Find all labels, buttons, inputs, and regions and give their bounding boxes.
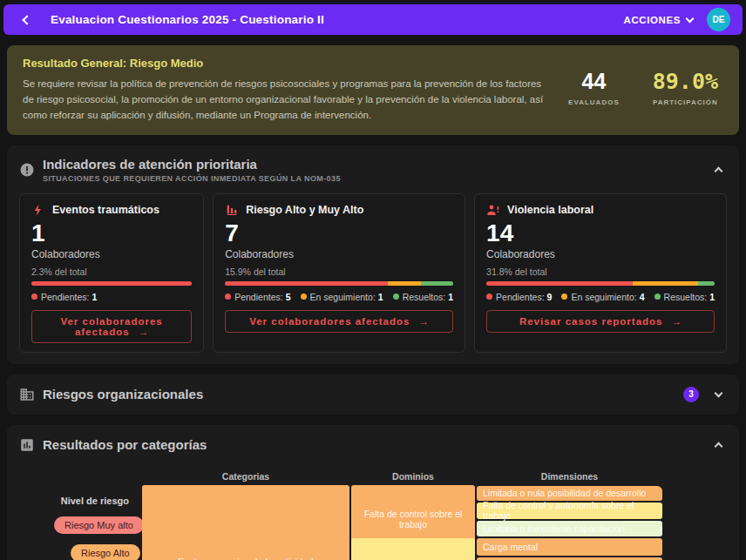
legend-dot [561,293,567,300]
legend-label: Resueltos: [664,292,708,302]
app-bar: Evaluacion Cuestionarios 2025 - Cuestion… [3,4,743,35]
legend-dot [301,293,307,300]
card-legend: Pendientes: 5 En seguimiento: 1 Resuelto… [225,292,453,302]
sankey-node-category[interactable]: Factores propios de la actividad [142,485,349,560]
organizational-risks-section: Riesgos organizacionales 3 [7,374,739,415]
sankey-node-domain[interactable] [351,538,475,560]
chevron-left-icon [22,15,31,24]
bar-segment [633,281,698,286]
chevron-down-icon [686,14,695,23]
bar-chart-icon [225,203,239,217]
count-badge: 3 [683,387,699,402]
column-header-dominios: Dominios [351,471,475,482]
card-legend: Pendientes: 9 En seguimiento: 4 Resuelto… [486,292,715,302]
bar-segment [388,281,420,286]
avatar[interactable]: DE [707,8,730,31]
bar-segment [225,281,388,286]
arrow-right-icon: → [672,316,682,327]
actions-label: ACCIONES [623,15,681,25]
analytics-icon [19,437,35,453]
general-result-title: Resultado General: Riesgo Medio [23,57,547,70]
workplace-violence-card: Violencia laboral 14 Colaboradores 31.8%… [474,193,727,352]
back-button[interactable] [16,9,38,31]
card-percent: 15.9% del total [225,267,453,277]
legend-value: 9 [547,292,553,302]
priority-header-text: Indicadores de atención prioritaria SITU… [43,157,341,183]
risk-legend-title: Nivel de riesgo [19,496,129,506]
arrow-right-icon: → [419,316,430,327]
page-title: Evaluacion Cuestionarios 2025 - Cuestion… [51,13,324,26]
traumatic-events-card: Eventos traumáticos 1 Colaboradores 2.3%… [19,193,204,352]
evaluated-stat: 44 EVALUADOS [568,69,620,106]
legend-dot [393,293,399,300]
legend-item: Pendientes: 5 [225,292,290,302]
bar-segment [698,281,715,286]
bar-segment [421,281,453,286]
legend-item: Resueltos: 1 [393,292,453,302]
review-cases-button[interactable]: Revisar casos reportados → [486,310,715,333]
legend-dot [225,293,231,300]
legend-label: Pendientes: [496,292,544,302]
collapse-button[interactable] [709,161,727,179]
general-result-banner: Resultado General: Riesgo Medio Se requi… [7,45,739,135]
legend-value: 1 [92,292,97,302]
view-affected-button[interactable]: Ver colaboradores afectados → [31,310,192,343]
sankey-node-dimension[interactable]: Falta de control y autonomía sobre el tr… [477,503,662,519]
building-icon [19,387,35,402]
sankey-node-dimension[interactable]: Carga mental [477,538,662,556]
button-label: Ver colaboradores afectados [249,316,410,327]
chevron-down-icon [714,388,722,397]
organizational-section-header[interactable]: Riesgos organizacionales 3 [19,386,727,403]
participation-label: PARTICIPACIÓN [653,98,718,106]
sankey-node-dimension[interactable]: Limitada o inexistente capacitación [477,521,662,536]
view-affected-button[interactable]: Ver colaboradores afectados → [225,310,453,333]
chevron-up-icon [714,167,722,176]
risk-pill-muy-alto[interactable]: Riesgo Muy alto [54,516,144,534]
progress-bar [486,281,715,286]
sankey-node-dimension[interactable]: Limitada o nula posibilidad de desarroll… [477,486,662,501]
card-header: Violencia laboral [486,203,715,217]
arrow-right-icon: → [139,327,149,337]
legend-item: Resueltos: 1 [654,292,715,302]
card-legend: Pendientes: 1 [31,292,192,302]
legend-label: Pendientes: [234,292,282,302]
legend-value: 1 [448,292,453,302]
progress-bar [31,281,192,286]
collapse-button[interactable] [709,436,727,454]
participation-value: 89.0% [653,69,718,94]
priority-cards-row: Eventos traumáticos 1 Colaboradores 2.3%… [19,193,727,352]
card-percent: 2.3% del total [31,267,192,277]
general-result-description: Se requiere revisar la política de preve… [23,77,547,123]
card-value: 1 [31,220,192,246]
priority-section-title: Indicadores de atención prioritaria [43,157,341,172]
legend-value: 1 [709,292,715,302]
bolt-icon [31,203,45,217]
bar-segment [486,281,633,286]
expand-button[interactable] [709,386,727,403]
bar-segment [31,281,192,286]
card-title: Riesgo Alto y Muy Alto [246,204,363,216]
legend-label: En seguimiento: [571,292,636,302]
sankey-chart: Categorias Dominios Dimensiones Nivel de… [19,466,727,560]
priority-section-subtitle: SITUACIONES QUE REQUIEREN ACCIÓN INMEDIA… [43,174,341,183]
chevron-up-icon [714,442,722,450]
results-by-categories-section: Resultados por categorías Categorias Dom… [7,425,739,560]
card-unit: Colaboradores [31,248,192,260]
actions-menu-button[interactable]: ACCIONES [623,15,693,25]
card-unit: Colaboradores [225,248,453,260]
priority-section-header[interactable]: Indicadores de atención prioritaria SITU… [19,157,727,183]
categories-section-header[interactable]: Resultados por categorías [19,436,727,454]
progress-bar [225,281,453,286]
card-value: 7 [225,220,453,246]
alert-circle-icon [19,162,35,178]
legend-label: Pendientes: [41,292,89,302]
sankey-node-label: Factores propios de la actividad [142,557,349,560]
card-header: Eventos traumáticos [31,203,192,217]
legend-dot [486,293,492,300]
risk-pill-alto[interactable]: Riesgo Alto [71,544,140,560]
general-result-text: Resultado General: Riesgo Medio Se requi… [23,57,568,123]
categories-section-title: Resultados por categorías [43,437,207,452]
legend-value: 4 [640,292,645,302]
legend-item: En seguimiento: 4 [561,292,644,302]
button-label: Revisar casos reportados [519,316,663,327]
